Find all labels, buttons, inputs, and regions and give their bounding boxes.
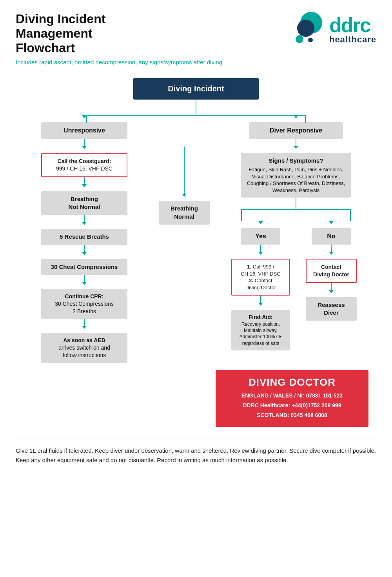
breathing-not-normal-box: BreathingNot Normal [41,191,127,215]
logo-healthcare-text: healthcare [329,35,376,44]
header-subtitle: Includes rapid ascent, omitted decompres… [16,58,222,66]
flowchart: Diving Incident Unresponsive [16,78,376,426]
no-box: No [312,228,351,245]
ddrc-logo: ddrc healthcare [291,12,376,47]
first-aid-box: First Aid: Recovery position,Maintain ai… [231,310,290,350]
contact-diving-doctor-box: ContactDiving Doctor [306,259,357,283]
reassess-diver-box: ReassessDiver [306,297,357,321]
svg-point-2 [296,35,303,43]
header-title-block: Diving Incident Management Flowchart Inc… [16,12,222,66]
call999-box: 1. Call 999 /CH 16, VHF DSC 2. ContactDi… [231,259,290,296]
no-branch: No ContactDiving Doctor [300,221,363,350]
diving-doctor-banner: DIVING DOCTOR ENGLAND / WALES / NI: 0783… [216,370,368,427]
page-header: Diving Incident Management Flowchart Inc… [16,12,376,66]
yes-branch: Yes 1. Call 999 /CH 16, VHF DSC 2. Conta… [229,221,292,350]
footer-text: Give 1L oral fluids if tolerated. Keep d… [16,439,376,465]
right-branch: Diver Responsive Signs / Symptoms? Fatig… [223,115,368,350]
unresponsive-box: Unresponsive [41,122,127,139]
logo-ddrc-text: ddrc [329,15,376,35]
logo-circles-icon [291,12,326,47]
breathing-normal-box: BreathingNormal [159,201,210,225]
rescue-breaths-box: 5 Rescue Breaths [41,229,127,245]
signs-symptoms-box: Signs / Symptoms? Fatigue, Skin Rash, Pa… [241,153,351,198]
diving-incident-box: Diving Incident [133,78,259,100]
diver-responsive-box: Diver Responsive [249,122,343,139]
chest-compressions-box: 30 Chest Compressions [41,259,127,275]
aed-box: As soon as AED arrives switch on andfoll… [41,333,127,363]
svg-point-1 [297,20,314,37]
middle-branch: BreathingNormal [157,147,212,225]
logo-text: ddrc healthcare [329,15,376,44]
continue-cpr-box: Continue CPR: 30 Chest Compressions2 Bre… [41,289,127,319]
coastguard-box: Call the Coastguard: 999 / CH 16, VHF DS… [41,153,127,177]
left-branch: Unresponsive Call the Coastguard: 999 / … [24,115,145,363]
page-title: Diving Incident Management Flowchart [16,12,222,55]
yes-box: Yes [241,228,280,245]
svg-point-3 [308,38,313,42]
